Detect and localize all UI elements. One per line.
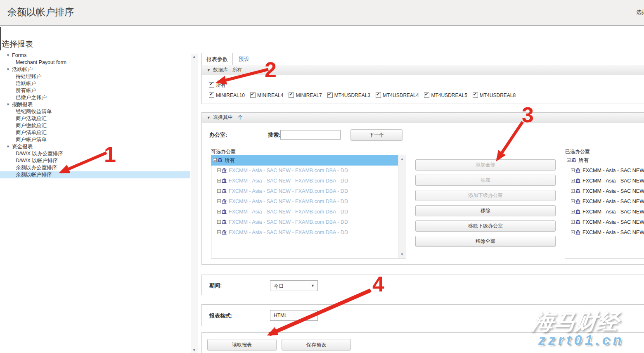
page-title: 余额以帐户排序 — [7, 6, 74, 19]
db-checkbox-mt4usdreal8[interactable]: ✔ — [473, 92, 478, 98]
collapse-minus-icon[interactable]: − — [567, 158, 571, 162]
tree-item-selected[interactable]: 余额以帐户排序 — [0, 171, 190, 178]
tree-item-node[interactable]: 商户活动总汇 — [0, 115, 190, 122]
save-preset-button[interactable]: 保存预设 — [282, 339, 351, 351]
available-office-row[interactable]: +FXCMM - Asia - SAC NEW - FXAMB.com DBA … — [211, 176, 398, 186]
next-button[interactable]: 下一个 — [350, 129, 402, 141]
tree-item-node[interactable]: 余额以办公室排序 — [0, 164, 190, 171]
tree-item-label: 余额以帐户排序 — [16, 172, 52, 178]
selected-office-row[interactable]: +FXCMM - Asia - SAC NEW - FXAMB.com DBA … — [565, 197, 644, 207]
check-icon: ✔ — [424, 92, 428, 97]
tree-item-node[interactable]: 商户帐户清单 — [0, 136, 190, 143]
available-office-row[interactable]: +FXCMM - Asia - SAC NEW - FXAMB.com DBA … — [211, 207, 398, 217]
tree-item-label: 商户清单总汇 — [16, 130, 47, 135]
bank-building-icon — [575, 197, 580, 207]
available-office-row[interactable]: +FXCMM - Asia - SAC NEW - FXAMB.com DBA … — [211, 217, 398, 227]
tree-item-node[interactable]: 所有帐户 — [0, 87, 190, 94]
scroll-up-icon[interactable]: ▲ — [398, 157, 406, 161]
selected-all-row[interactable]: −所有 — [565, 155, 644, 166]
available-office-row[interactable]: +FXCMM - Asia - SAC NEW - FXAMB.com DBA … — [211, 166, 398, 176]
scroll-down-icon[interactable]: ▼ — [398, 252, 406, 256]
check-icon: ✔ — [251, 92, 254, 97]
transfer-button-enabled[interactable]: 移除下级办公室 — [415, 220, 556, 232]
office-section-header[interactable]: ▼选择其中一个 — [202, 113, 644, 123]
expand-plus-icon[interactable]: + — [571, 220, 575, 224]
tree-item-node[interactable]: 已撤户之账户 — [0, 94, 190, 101]
list-item-label: FXCMM - Asia - SAC NEW - FXAMB.com DBA -… — [229, 168, 348, 173]
available-office-row[interactable]: +FXCMM - Asia - SAC NEW - FXAMB.com DBA … — [211, 197, 398, 207]
expand-plus-icon[interactable]: + — [217, 168, 221, 172]
selected-office-row[interactable]: +FXCMM - Asia - SAC NEW - FXAMB.com DBA … — [565, 166, 644, 176]
collapse-triangle-icon[interactable]: ▼ — [6, 101, 12, 108]
scroll-up-icon[interactable]: ▲ — [191, 54, 198, 59]
tree-item-node[interactable]: ▼活跃帐户 — [0, 66, 190, 73]
db-label: MINIREAL4 — [257, 92, 283, 98]
page-scrollbar[interactable]: ▲ ▼ — [191, 54, 198, 353]
expand-plus-icon[interactable]: + — [571, 168, 575, 172]
bank-building-icon — [575, 187, 580, 197]
tree-item-node[interactable]: 经纪商收益清单 — [0, 108, 190, 115]
available-office-row[interactable]: +FXCMM - Asia - SAC NEW - FXAMB.com DBA … — [211, 227, 398, 238]
db-checkbox-minireal4[interactable]: ✔ — [250, 92, 256, 98]
tree-item-node[interactable]: D/W/X 以帐户排序 — [0, 157, 190, 164]
list-item-label: FXCMM - Asia - SAC NEW - FXAMB.com DBA -… — [229, 219, 348, 225]
collapse-triangle-icon[interactable]: ▼ — [6, 66, 12, 73]
db-checkbox-mt4usdreal5[interactable]: ✔ — [424, 92, 429, 98]
period-select-value: 今日 — [274, 283, 284, 290]
tree-item-node[interactable]: 活跃帐户 — [0, 80, 190, 87]
selected-office-row[interactable]: +FXCMM - Asia - SAC NEW - FXAMB.com DBA … — [565, 217, 644, 227]
tree-item-node[interactable]: ▼Forms — [0, 52, 190, 59]
tab-report-params[interactable]: 报表参数 — [201, 53, 233, 65]
expand-plus-icon[interactable]: + — [217, 230, 221, 234]
expand-plus-icon[interactable]: + — [571, 210, 575, 213]
available-list-scrollbar[interactable]: ▲ ▼ — [398, 155, 406, 258]
expand-plus-icon[interactable]: + — [571, 189, 575, 193]
expand-plus-icon[interactable]: + — [217, 199, 221, 203]
bank-building-icon — [575, 207, 580, 218]
expand-plus-icon[interactable]: + — [571, 199, 575, 203]
tree-item-label: Merchant Payout form — [16, 59, 66, 65]
tree-item-node[interactable]: 商户缴款总汇 — [0, 122, 190, 129]
expand-plus-icon[interactable]: + — [571, 230, 575, 234]
available-office-row[interactable]: +FXCMM - Asia - SAC NEW - FXAMB.com DBA … — [211, 186, 398, 197]
tree-item-label: 活跃帐户 — [12, 66, 33, 72]
db-checkbox-mt4usdreal4[interactable]: ✔ — [376, 92, 381, 98]
expand-plus-icon[interactable]: + — [571, 179, 575, 182]
db-checkbox-mt4usdreal3[interactable]: ✔ — [327, 92, 333, 98]
collapse-triangle-icon[interactable]: ▼ — [6, 143, 12, 150]
collapse-triangle-icon[interactable]: ▼ — [6, 52, 12, 59]
tree-item-label: 资金报表 — [12, 144, 33, 149]
period-select[interactable]: 今日 ▼ — [270, 280, 318, 291]
db-all-checkbox[interactable]: ✔ — [209, 82, 214, 88]
expand-plus-icon[interactable]: + — [217, 179, 221, 182]
collapse-minus-icon[interactable]: − — [213, 158, 217, 162]
expand-plus-icon[interactable]: + — [217, 210, 221, 213]
tree-item-node[interactable]: 待处理账户 — [0, 73, 190, 80]
actions-panel: 读取报表 保存预设 — [201, 332, 644, 353]
period-label: 期间: — [209, 282, 222, 289]
office-search-input[interactable] — [280, 130, 341, 140]
tree-item-node[interactable]: 商户清单总汇 — [0, 129, 190, 136]
tab-preset[interactable]: 预设 — [239, 53, 249, 65]
expand-plus-icon[interactable]: + — [217, 220, 221, 224]
db-checkbox-minireal7[interactable]: ✔ — [289, 92, 294, 98]
transfer-button-enabled[interactable]: 移除全部 — [415, 236, 556, 247]
scroll-down-icon[interactable]: ▼ — [191, 348, 198, 352]
format-select[interactable]: HTML ▼ — [270, 310, 318, 321]
transfer-button-enabled[interactable]: 移除 — [415, 205, 556, 216]
selected-office-row[interactable]: +FXCMM - Asia - SAC NEW - FXAMB.com DBA … — [565, 176, 644, 186]
load-report-button[interactable]: 读取报表 — [207, 339, 277, 351]
tree-item-node[interactable]: Merchant Payout form — [0, 59, 190, 66]
database-section-header[interactable]: ▼数据库 - 所有 — [202, 65, 644, 75]
selected-office-row[interactable]: +FXCMM - Asia - SAC NEW - FXAMB.com DBA … — [565, 207, 644, 217]
tree-item-node[interactable]: ▼报酬报表 — [0, 101, 190, 108]
db-checkbox-minireal10[interactable]: ✔ — [209, 92, 214, 98]
list-item-label: FXCMM - Asia - SAC NEW - FXAMB.com DBA -… — [582, 178, 644, 184]
header-right-clipped-link[interactable]: 选择 — [636, 9, 644, 16]
available-all-row[interactable]: −所有 — [211, 155, 398, 166]
tree-item-node[interactable]: ▼资金报表 — [0, 143, 190, 150]
selected-office-row[interactable]: +FXCMM - Asia - SAC NEW - FXAMB.com DBA … — [565, 227, 644, 238]
expand-plus-icon[interactable]: + — [217, 189, 221, 193]
selected-office-row[interactable]: +FXCMM - Asia - SAC NEW - FXAMB.com DBA … — [565, 186, 644, 197]
tree-item-node[interactable]: D/W/X 以办公室排序 — [0, 150, 190, 157]
